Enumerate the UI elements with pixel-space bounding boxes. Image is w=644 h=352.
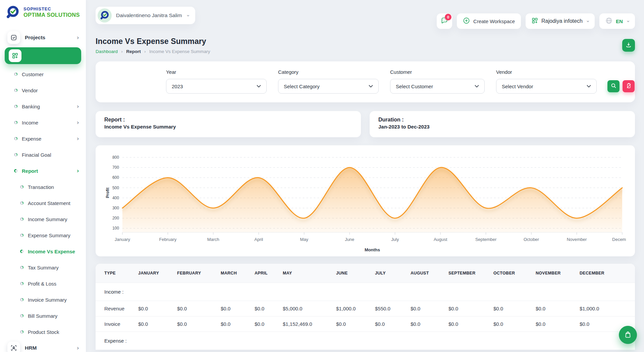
sidebar-item-customer[interactable]: Customer xyxy=(0,66,86,82)
bullet-icon xyxy=(20,330,23,334)
sidebar-item-label: Projects xyxy=(25,35,45,41)
language-selector[interactable]: EN › xyxy=(599,13,635,29)
chevron-right-icon: › xyxy=(77,35,79,41)
x-tick-label: June xyxy=(345,237,354,242)
bullet-icon xyxy=(14,169,17,172)
sidebar-item-finacial-goal[interactable]: Finacial Goal xyxy=(0,147,86,163)
customer-select[interactable]: Select Customer xyxy=(390,79,485,94)
category-select[interactable]: Select Category xyxy=(278,79,379,94)
y-tick-label: 400 xyxy=(112,196,119,200)
workspace-name: Rajodiya infotech xyxy=(541,18,583,24)
profit-area-chart: 800700600500400300200100JanuaryFebruaryM… xyxy=(104,153,626,254)
y-tick-label: 100 xyxy=(112,226,119,231)
sidebar-item-invoice-summary[interactable]: Invoice Summary xyxy=(0,292,86,308)
breadcrumb-dashboard[interactable]: Dashboard xyxy=(96,49,118,54)
duration-card: Duration : Jan-2023 to Dec-2023 xyxy=(370,111,635,137)
user-menu[interactable]: Daivalentineno Janitra Salim › xyxy=(96,7,195,24)
year-field: Year 2023 xyxy=(166,69,267,94)
x-tick-label: April xyxy=(254,237,263,242)
category-select-value: Select Category xyxy=(284,84,320,89)
brand-logo[interactable]: SOPHISTEC OPTIMA SOLUTIONS xyxy=(0,0,86,24)
sidebar-item-label: Bill Summary xyxy=(28,313,57,319)
download-icon xyxy=(625,42,632,49)
y-tick-label: 800 xyxy=(112,155,119,160)
table-header-december: DECEMBER xyxy=(580,264,635,283)
sidebar-item-account-statement[interactable]: Account Statement xyxy=(0,195,86,211)
sidebar-item-bill-summary[interactable]: Bill Summary xyxy=(0,308,86,324)
sidebar-nav: Projects›Accounting›CustomerVendorBankin… xyxy=(0,24,86,352)
chevron-right-icon: › xyxy=(77,103,79,109)
row-value-cell: $0.0 xyxy=(221,301,255,316)
sidebar-item-income[interactable]: Income› xyxy=(0,114,86,131)
sidebar-item-product-stock[interactable]: Product Stock xyxy=(0,324,86,340)
row-value-cell: $0.0 xyxy=(448,301,493,316)
bullet-icon xyxy=(20,185,23,189)
row-value-cell: $0.0 xyxy=(493,301,536,316)
user-name: Daivalentineno Janitra Salim xyxy=(116,12,182,18)
sidebar-item-label: Report xyxy=(22,168,38,174)
table-header-september: SEPTEMBER xyxy=(448,264,493,283)
globe-icon xyxy=(605,17,612,25)
x-tick-label: December xyxy=(612,237,626,242)
row-value-cell: $1,000.0 xyxy=(336,301,375,316)
table-header-october: OCTOBER xyxy=(493,264,536,283)
sidebar-item-profit-loss[interactable]: Profit & Loss xyxy=(0,275,86,292)
sidebar-item-income-summary[interactable]: Income Summary xyxy=(0,211,86,227)
row-value-cell: $0.0 xyxy=(177,316,221,332)
sidebar-item-accounting[interactable]: Accounting› xyxy=(5,47,81,64)
sidebar-item-label: Customer xyxy=(22,71,44,77)
user-scan-icon xyxy=(7,342,20,352)
sidebar-item-hrm[interactable]: HRM› xyxy=(0,340,86,352)
top-right-actions: 0 Create Workspace xyxy=(437,13,635,29)
duration-card-value: Jan-2023 to Dec-2023 xyxy=(378,124,626,130)
apply-filter-button[interactable] xyxy=(607,80,620,92)
year-select[interactable]: 2023 xyxy=(166,79,267,94)
breadcrumb-current: Income Vs Expense Summary xyxy=(149,49,210,54)
sidebar-item-expense[interactable]: Expense› xyxy=(0,131,86,147)
y-tick-label: 200 xyxy=(112,216,119,220)
sidebar-item-expense-summary[interactable]: Expense Summary xyxy=(0,227,86,243)
bullet-icon xyxy=(14,153,17,156)
table-section-income: Income : xyxy=(96,283,635,301)
chevron-down-icon: › xyxy=(585,20,590,22)
sidebar-item-banking[interactable]: Banking› xyxy=(0,98,86,114)
grid-plus-icon xyxy=(9,49,21,62)
row-value-cell: $0.0 xyxy=(177,301,221,316)
create-workspace-button[interactable]: Create Workspace xyxy=(457,13,521,29)
row-value-cell: $0.0 xyxy=(536,301,580,316)
x-tick-label: July xyxy=(391,237,399,242)
sidebar-item-report[interactable]: Report› xyxy=(0,163,86,179)
customer-label: Customer xyxy=(390,69,485,75)
report-card-label: Report : xyxy=(104,117,352,123)
vendor-label: Vendor xyxy=(496,69,597,75)
download-report-button[interactable] xyxy=(622,39,635,52)
sidebar-item-label: Income xyxy=(22,120,38,125)
breadcrumb-report[interactable]: Report xyxy=(126,49,141,54)
messages-button[interactable]: 0 xyxy=(437,13,452,29)
sidebar-item-label: Transaction xyxy=(28,184,54,190)
shopping-bag-icon xyxy=(624,331,632,340)
sidebar-item-projects[interactable]: Projects› xyxy=(0,30,86,46)
chat-badge: 0 xyxy=(445,14,451,20)
table-section-expense: Expense : xyxy=(96,332,635,350)
app-root: SOPHISTEC OPTIMA SOLUTIONS Projects›Acco… xyxy=(0,0,644,352)
workspace-switcher[interactable]: Rajodiya infotech › xyxy=(526,13,595,29)
bullet-icon xyxy=(20,298,23,301)
pos-fab-button[interactable] xyxy=(619,326,637,344)
sidebar-item-transaction[interactable]: Transaction xyxy=(0,179,86,195)
brand-text: SOPHISTEC OPTIMA SOLUTIONS xyxy=(23,7,80,18)
main-content: Daivalentineno Janitra Salim › 0 xyxy=(86,0,644,352)
sidebar-item-tax-summary[interactable]: Tax Summary xyxy=(0,259,86,275)
table-row-revenue: Revenue$0.0$0.0$0.0$0.0$5,000.0$1,000.0$… xyxy=(96,301,635,316)
table-section-label: Income : xyxy=(96,283,635,301)
vendor-select[interactable]: Select Vendor xyxy=(496,79,597,94)
x-tick-label: February xyxy=(159,237,176,242)
sidebar-item-vendor[interactable]: Vendor xyxy=(0,82,86,98)
bullet-icon xyxy=(14,121,17,124)
sidebar-item-income-vs-expense[interactable]: Income Vs Expense xyxy=(0,243,86,259)
row-value-cell: $1,152,469.0 xyxy=(283,316,336,332)
reset-filter-button[interactable] xyxy=(623,80,635,92)
filter-spacer xyxy=(104,69,155,94)
sidebar-item-label: Account Statement xyxy=(28,200,70,206)
table-header-row: TYPEJANUARYFEBRUARYMARCHAPRILMAYJUNEJULY… xyxy=(96,264,635,283)
